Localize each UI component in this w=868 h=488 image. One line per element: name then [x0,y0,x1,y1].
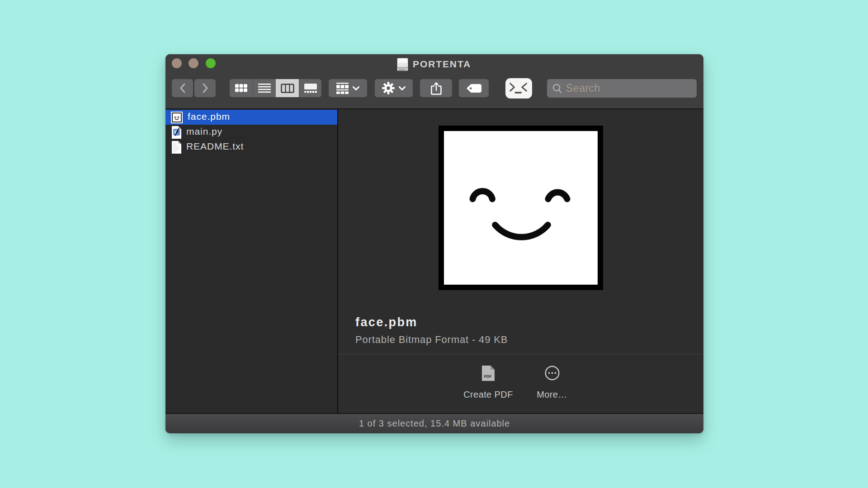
svg-text:PDF: PDF [484,374,492,379]
